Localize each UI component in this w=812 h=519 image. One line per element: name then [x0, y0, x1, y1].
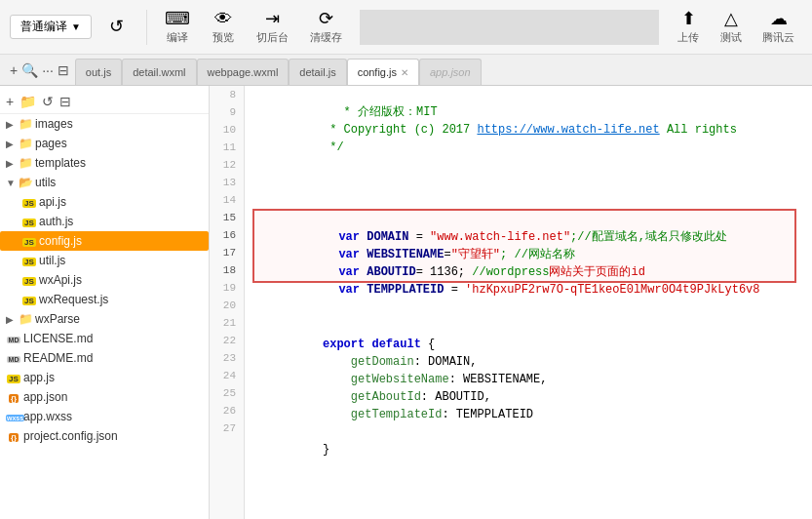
line-num: 17	[217, 244, 236, 261]
sidebar-item-label: wxParse	[35, 312, 80, 326]
code-editor[interactable]: 8 9 10 11 12 13 14 15 16 17 18 19 20 21 …	[210, 86, 812, 519]
sidebar-new-icon[interactable]: +	[6, 94, 14, 109]
link[interactable]: https://www.watch-life.net	[477, 123, 659, 137]
sidebar-item-label: app.json	[23, 390, 67, 404]
refresh-button-icon: ↺	[109, 17, 124, 38]
tab-label: out.js	[86, 66, 111, 78]
keyword: export default	[323, 338, 421, 351]
code-area: 8 9 10 11 12 13 14 15 16 17 18 19 20 21 …	[210, 86, 812, 519]
compile-button[interactable]: ⌨编译	[157, 7, 198, 48]
tab-detail-js[interactable]: detail.js	[289, 59, 346, 86]
tab-webpage-wxml[interactable]: webpage.wxml	[197, 59, 290, 86]
md-file-icon: MD	[6, 332, 21, 345]
collapse-arrow-icon: ▶	[6, 314, 18, 325]
sidebar-item-label: README.md	[23, 351, 93, 365]
line-num: 22	[217, 332, 236, 349]
sidebar-item-auth-js[interactable]: JS auth.js	[0, 212, 209, 231]
tab-config-js[interactable]: config.js ✕	[347, 59, 419, 86]
sidebar-item-app-js[interactable]: JS app.js	[0, 368, 209, 387]
upload-button-icon: ⬆	[681, 9, 696, 30]
sidebar-item-images[interactable]: ▶ 📁 images	[0, 114, 209, 134]
upload-button[interactable]: ⬆上传	[669, 7, 708, 48]
compile-mode-select[interactable]: 普通编译▼	[10, 15, 92, 39]
js-file-icon: JS	[21, 234, 37, 248]
sidebar-item-wxrequest-js[interactable]: JS wxRequest.js	[0, 290, 209, 309]
line-num: 8	[217, 86, 236, 103]
collapse-arrow-icon: ▶	[6, 139, 18, 149]
sidebar-item-pages[interactable]: ▶ 📁 pages	[0, 134, 209, 153]
comment-text2: All rights	[660, 123, 737, 137]
sidebar-item-label: auth.js	[39, 215, 73, 228]
comment-text: */	[323, 140, 344, 154]
more-icon[interactable]: ···	[42, 62, 54, 78]
string-val: "www.watch-life.net"	[430, 230, 570, 244]
code-text	[323, 355, 351, 369]
sidebar-item-readme-md[interactable]: MD README.md	[0, 348, 209, 368]
clearcache-button[interactable]: ⟳清缓存	[302, 7, 350, 48]
tabbar-controls: + 🔍 ··· ⊟	[4, 62, 75, 78]
line-num: 13	[217, 174, 236, 191]
sidebar-item-license-md[interactable]: MD LICENSE.md	[0, 329, 209, 348]
sidebar-item-config-js[interactable]: JS config.js	[0, 231, 209, 251]
wxss-file-icon: wxss	[6, 410, 21, 423]
sidebar-item-app-json[interactable]: {} app.json	[0, 387, 209, 407]
var-name: WEBSITENAME	[367, 248, 444, 261]
line-num: 16	[217, 226, 236, 244]
keyword: var	[338, 230, 367, 244]
clearcache-button-label: 清缓存	[310, 30, 342, 45]
compile-button-label: 编译	[167, 30, 188, 45]
js-file-icon: JS	[6, 371, 21, 384]
tab-label: config.js	[358, 66, 397, 78]
js-file-icon: JS	[21, 254, 37, 267]
split-icon[interactable]: ⊟	[58, 62, 69, 78]
sidebar-item-api-js[interactable]: JS api.js	[0, 192, 209, 212]
sidebar-refresh-icon[interactable]: ↺	[42, 94, 54, 109]
preview-button[interactable]: 👁预览	[204, 7, 243, 48]
new-file-icon[interactable]: +	[10, 62, 18, 78]
folder-icon: 📁	[18, 156, 33, 170]
tab-detail-wxml[interactable]: detail.wxml	[122, 59, 196, 86]
code-text: : WEBSITENAME,	[449, 373, 548, 386]
refresh-button[interactable]: ↺	[97, 15, 136, 40]
divider-1	[146, 10, 147, 45]
tencentcloud-button[interactable]: ☁腾讯云	[754, 7, 802, 48]
sidebar-item-templates[interactable]: ▶ 📁 templates	[0, 153, 209, 173]
collapse-arrow-icon: ▶	[6, 119, 18, 130]
tab-app-json[interactable]: app.json	[419, 59, 482, 86]
search-icon[interactable]: 🔍	[21, 62, 38, 78]
sidebar-item-label: LICENSE.md	[23, 332, 93, 345]
comment-text: * 介绍版权：MIT	[323, 105, 438, 119]
divider-2	[360, 10, 659, 45]
sidebar-item-label: wxApi.js	[39, 273, 82, 287]
tab-close-icon[interactable]: ✕	[401, 67, 408, 78]
sidebar-item-wxapi-js[interactable]: JS wxApi.js	[0, 270, 209, 290]
compile-button-icon: ⌨	[165, 9, 190, 30]
sidebar-collapse-icon[interactable]: ⊟	[59, 94, 71, 109]
prop-name: getTemplateId	[351, 408, 443, 421]
sidebar-item-project-config-json[interactable]: {} project.config.json	[0, 426, 209, 446]
cutback-button[interactable]: ⇥切后台	[249, 7, 296, 48]
line-num: 21	[217, 314, 236, 332]
comment-inline: ;//配置域名,域名只修改此处	[570, 230, 727, 244]
json-file-icon: {}	[6, 390, 21, 404]
sidebar-item-app-wxss[interactable]: wxss app.wxss	[0, 407, 209, 426]
op: =	[444, 283, 465, 297]
var-name: TEMPPLATEID	[367, 283, 444, 297]
test-button[interactable]: △测试	[712, 7, 751, 48]
line-num: 20	[217, 297, 236, 314]
js-file-icon: JS	[21, 273, 37, 287]
prop-name: getDomain	[351, 355, 414, 369]
code-text	[323, 390, 351, 404]
collapse-arrow-icon: ▶	[6, 158, 18, 169]
folder-icon: 📁	[18, 117, 33, 131]
sidebar-item-util-js[interactable]: JS util.js	[0, 251, 209, 270]
sidebar-item-utils[interactable]: ▼ 📂 utils	[0, 173, 209, 192]
tab-out-js[interactable]: out.js	[75, 59, 122, 86]
code-text: : TEMPPLATEID	[442, 408, 533, 421]
folder-icon: 📁	[18, 137, 33, 150]
sidebar-newfolder-icon[interactable]: 📁	[19, 94, 36, 109]
sidebar-item-wxparse[interactable]: ▶ 📁 wxParse	[0, 309, 209, 329]
tencentcloud-button-icon: ☁	[770, 9, 788, 30]
code-line-14	[252, 191, 804, 209]
line-num: 27	[217, 419, 236, 437]
